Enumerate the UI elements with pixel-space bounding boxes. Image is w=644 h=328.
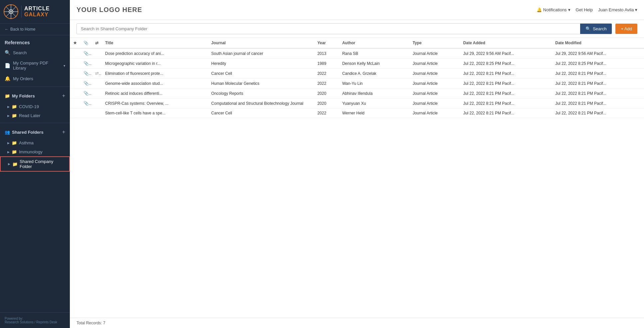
shared-folder-immunology[interactable]: ▶ 📁 Immunology xyxy=(0,147,70,156)
row-type-5: Journal Article xyxy=(409,98,460,108)
row-type-1: Journal Article xyxy=(409,59,460,69)
attachment-icon: 📎 xyxy=(83,51,92,56)
shared-folders-header[interactable]: 👥 Shared Folders + xyxy=(0,126,70,138)
row-star-4[interactable] xyxy=(70,88,80,98)
get-help-link[interactable]: Get Help xyxy=(576,7,593,12)
user-chevron-icon: ▾ xyxy=(635,7,637,12)
row-star-0[interactable] xyxy=(70,48,80,59)
main-content: YOUR LOGO HERE 🔔 Notifications ▾ Get Hel… xyxy=(70,0,644,328)
row-year-3: 2022 xyxy=(314,79,339,88)
row-journal-3: Human Molecular Genetics xyxy=(208,79,314,88)
back-label: Back to Home xyxy=(10,27,35,32)
folder-icon-immunology: 📁 xyxy=(12,149,17,154)
row-date-modified-6: Jul 22, 2022 8:21 PM Pacif... xyxy=(552,108,644,118)
references-section-title: References xyxy=(0,35,70,47)
row-star-3[interactable] xyxy=(70,79,80,88)
row-title-5[interactable]: CRISPR-Cas systems: Overview, ... xyxy=(102,98,208,108)
folder-arrow-company: ▶ xyxy=(8,162,10,166)
row-year-2: 2022 xyxy=(314,69,339,79)
col-author[interactable]: Author xyxy=(339,38,409,48)
row-title-0[interactable]: Dose prediction accuracy of ani... xyxy=(102,48,208,59)
col-type[interactable]: Type xyxy=(409,38,460,48)
row-title-1[interactable]: Microgeographic variation in r... xyxy=(102,59,208,69)
table-row[interactable]: Stem-cell-like T cells have a spe... Can… xyxy=(70,108,644,118)
sidebar-search[interactable]: 🔍 Search xyxy=(0,47,70,58)
folder-covid19[interactable]: ▶ 📁 COVID-19 xyxy=(0,102,70,111)
table-row[interactable]: 📎 ⇄ Elimination of fluorescent prote... … xyxy=(70,69,644,79)
back-to-home[interactable]: ← Back to Home xyxy=(0,24,70,35)
pdf-library-label: My Company PDF Library xyxy=(13,61,61,71)
table-row[interactable]: 📎 CRISPR-Cas systems: Overview, ... Comp… xyxy=(70,98,644,108)
table-footer: Total Records: 7 xyxy=(70,318,644,328)
search-btn-icon: 🔍 xyxy=(585,26,591,31)
row-star-1[interactable] xyxy=(70,59,80,69)
search-input[interactable] xyxy=(77,24,580,34)
col-date-added[interactable]: Date Added xyxy=(460,38,552,48)
folder-name-immunology: Immunology xyxy=(19,149,43,154)
add-folder-icon[interactable]: + xyxy=(62,93,65,99)
header-logo: YOUR LOGO HERE xyxy=(77,6,142,14)
row-author-3: Wan-Yu Lin xyxy=(339,79,409,88)
table-row[interactable]: 📎 Microgeographic variation in r... Here… xyxy=(70,59,644,69)
shared-folders-title: Shared Folders xyxy=(12,130,44,135)
row-cite-0 xyxy=(92,48,102,59)
user-menu[interactable]: Juan Ernesto Avila ▾ xyxy=(598,7,637,12)
row-attachment-5: 📎 xyxy=(80,98,92,108)
col-year[interactable]: Year xyxy=(314,38,339,48)
folder-icon-covid19: 📁 xyxy=(12,104,17,109)
sidebar-footer: Powered by: Research Solutions / Reprint… xyxy=(0,312,70,328)
notif-chevron-icon: ▾ xyxy=(568,7,570,12)
search-bar-area: 🔍 Search + Add xyxy=(70,20,644,38)
logo-area: ARTICLE GALAXY xyxy=(0,0,70,24)
table-row[interactable]: 📎 Genome-wide association stud... Human … xyxy=(70,79,644,88)
add-shared-folder-icon[interactable]: + xyxy=(62,129,65,135)
row-title-4[interactable]: Retinoic acid induces differenti... xyxy=(102,88,208,98)
table-row[interactable]: 📎 Dose prediction accuracy of ani... Sou… xyxy=(70,48,644,59)
row-star-6[interactable] xyxy=(70,108,80,118)
row-star-2[interactable] xyxy=(70,69,80,79)
row-title-3[interactable]: Genome-wide association stud... xyxy=(102,79,208,88)
row-date-modified-3: Jul 22, 2022 8:21 PM Pacif... xyxy=(552,79,644,88)
row-type-0: Journal Article xyxy=(409,48,460,59)
col-journal[interactable]: Journal xyxy=(208,38,314,48)
row-year-5: 2020 xyxy=(314,98,339,108)
row-date-modified-0: Jul 29, 2022 9:56 AM Pacif... xyxy=(552,48,644,59)
folder-arrow-read-later: ▶ xyxy=(7,114,10,117)
notifications-button[interactable]: 🔔 Notifications ▾ xyxy=(537,7,570,12)
pdf-icon: 📄 xyxy=(5,63,10,68)
row-title-6[interactable]: Stem-cell-like T cells have a spe... xyxy=(102,108,208,118)
table-body: 📎 Dose prediction accuracy of ani... Sou… xyxy=(70,48,644,118)
row-date-added-6: Jul 22, 2022 8:21 PM Pacif... xyxy=(460,108,552,118)
col-title[interactable]: Title xyxy=(102,38,208,48)
row-journal-0: South Asian journal of cancer xyxy=(208,48,314,59)
col-star[interactable]: ★ xyxy=(70,38,80,48)
sidebar-pdf-library[interactable]: 📄 My Company PDF Library ▾ xyxy=(0,58,70,73)
sidebar-my-orders[interactable]: 🔔 My Orders xyxy=(0,73,70,84)
folder-name-company: Shared Company Folder xyxy=(20,159,65,169)
folder-name-read-later: Read Later xyxy=(19,113,40,118)
shared-folder-company[interactable]: ▶ 📁 Shared Company Folder xyxy=(0,156,70,172)
folder-arrow-asthma: ▶ xyxy=(7,141,10,145)
search-button[interactable]: 🔍 Search xyxy=(580,24,612,34)
attachment-icon: 📎 xyxy=(83,61,92,66)
row-attachment-4: 📎 xyxy=(80,88,92,98)
row-star-5[interactable] xyxy=(70,98,80,108)
row-date-modified-1: Jul 22, 2022 8:25 PM Pacif... xyxy=(552,59,644,69)
user-name-label: Juan Ernesto Avila xyxy=(598,7,634,12)
my-folders-header[interactable]: 📁 My Folders + xyxy=(0,89,70,102)
add-button[interactable]: + Add xyxy=(615,24,637,34)
row-title-2[interactable]: Elimination of fluorescent prote... xyxy=(102,69,208,79)
folder-read-later[interactable]: ▶ 📁 Read Later xyxy=(0,111,70,120)
row-year-0: 2013 xyxy=(314,48,339,59)
orders-icon: 🔔 xyxy=(5,76,10,81)
powered-by-company: Research Solutions / Reprints Desk xyxy=(5,320,65,324)
shared-folder-asthma[interactable]: ▶ 📁 Asthma xyxy=(0,138,70,147)
row-attachment-1: 📎 xyxy=(80,59,92,69)
references-table: ★ 📎 ⇄ Title Journal Year Author Type Dat… xyxy=(70,38,644,118)
logo-article: ARTICLE xyxy=(24,6,50,12)
table-row[interactable]: 📎 Retinoic acid induces differenti... On… xyxy=(70,88,644,98)
col-date-modified[interactable]: Date Modified xyxy=(552,38,644,48)
attachment-icon: 📎 xyxy=(83,81,92,86)
row-journal-6: Cancer Cell xyxy=(208,108,314,118)
bell-icon: 🔔 xyxy=(537,7,542,12)
